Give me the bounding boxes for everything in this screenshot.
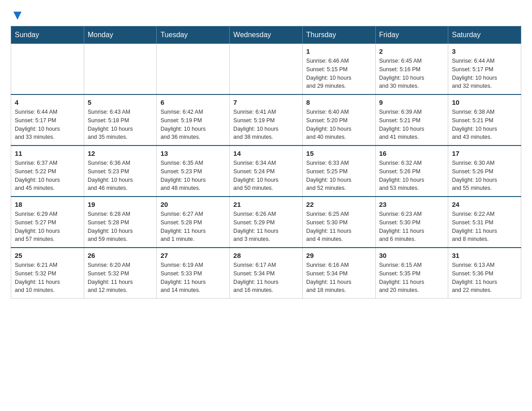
day-number: 8 (306, 98, 372, 106)
logo (11, 11, 22, 19)
day-info: Sunrise: 6:30 AMSunset: 5:26 PMDaylight:… (452, 159, 517, 193)
calendar-cell: 8Sunrise: 6:40 AMSunset: 5:20 PMDaylight… (302, 94, 375, 146)
day-info: Sunrise: 6:33 AMSunset: 5:25 PMDaylight:… (306, 159, 372, 193)
weekday-header-saturday: Saturday (448, 26, 521, 44)
calendar-cell: 25Sunrise: 6:21 AMSunset: 5:32 PMDayligh… (11, 248, 84, 299)
calendar-cell: 28Sunrise: 6:17 AMSunset: 5:34 PMDayligh… (230, 248, 303, 299)
day-info: Sunrise: 6:35 AMSunset: 5:23 PMDaylight:… (160, 159, 226, 193)
weekday-header-friday: Friday (375, 26, 448, 44)
calendar-cell: 21Sunrise: 6:26 AMSunset: 5:29 PMDayligh… (230, 197, 303, 248)
day-info: Sunrise: 6:38 AMSunset: 5:21 PMDaylight:… (452, 108, 517, 141)
day-number: 20 (160, 201, 226, 208)
logo-arrow-icon (13, 11, 22, 21)
day-number: 14 (233, 150, 299, 157)
calendar-cell: 2Sunrise: 6:45 AMSunset: 5:16 PMDaylight… (375, 44, 448, 95)
day-number: 19 (88, 201, 153, 208)
day-info: Sunrise: 6:19 AMSunset: 5:33 PMDaylight:… (160, 261, 226, 295)
calendar-cell: 7Sunrise: 6:41 AMSunset: 5:19 PMDaylight… (230, 94, 303, 146)
calendar-cell: 17Sunrise: 6:30 AMSunset: 5:26 PMDayligh… (448, 146, 521, 197)
day-info: Sunrise: 6:28 AMSunset: 5:28 PMDaylight:… (88, 210, 153, 244)
weekday-header-tuesday: Tuesday (157, 26, 230, 44)
day-number: 2 (379, 47, 445, 55)
calendar-cell: 10Sunrise: 6:38 AMSunset: 5:21 PMDayligh… (448, 94, 521, 146)
calendar-cell: 5Sunrise: 6:43 AMSunset: 5:18 PMDaylight… (84, 94, 157, 146)
calendar-cell (157, 44, 230, 95)
day-number: 9 (379, 98, 445, 106)
calendar-cell: 29Sunrise: 6:16 AMSunset: 5:34 PMDayligh… (302, 248, 375, 299)
day-info: Sunrise: 6:37 AMSunset: 5:22 PMDaylight:… (15, 159, 80, 193)
day-number: 21 (233, 201, 299, 208)
day-info: Sunrise: 6:16 AMSunset: 5:34 PMDaylight:… (306, 261, 372, 295)
day-info: Sunrise: 6:20 AMSunset: 5:32 PMDaylight:… (88, 261, 153, 295)
calendar-cell: 24Sunrise: 6:22 AMSunset: 5:31 PMDayligh… (448, 197, 521, 248)
calendar-cell: 16Sunrise: 6:32 AMSunset: 5:26 PMDayligh… (375, 146, 448, 197)
day-info: Sunrise: 6:39 AMSunset: 5:21 PMDaylight:… (379, 108, 445, 141)
day-number: 23 (379, 201, 445, 208)
calendar-cell (11, 44, 84, 95)
day-number: 15 (306, 150, 372, 157)
calendar-cell (230, 44, 303, 95)
day-number: 4 (15, 98, 80, 106)
calendar-week-row: 4Sunrise: 6:44 AMSunset: 5:17 PMDaylight… (11, 94, 521, 146)
day-number: 7 (233, 98, 299, 106)
day-info: Sunrise: 6:42 AMSunset: 5:19 PMDaylight:… (160, 108, 226, 141)
calendar-cell: 19Sunrise: 6:28 AMSunset: 5:28 PMDayligh… (84, 197, 157, 248)
calendar-cell: 31Sunrise: 6:13 AMSunset: 5:36 PMDayligh… (448, 248, 521, 299)
calendar-cell: 22Sunrise: 6:25 AMSunset: 5:30 PMDayligh… (302, 197, 375, 248)
svg-marker-0 (13, 12, 21, 20)
day-number: 6 (160, 98, 226, 106)
day-info: Sunrise: 6:26 AMSunset: 5:29 PMDaylight:… (233, 210, 299, 244)
calendar-cell: 30Sunrise: 6:15 AMSunset: 5:35 PMDayligh… (375, 248, 448, 299)
day-info: Sunrise: 6:46 AMSunset: 5:15 PMDaylight:… (306, 57, 372, 90)
weekday-header-thursday: Thursday (302, 26, 375, 44)
calendar-cell: 13Sunrise: 6:35 AMSunset: 5:23 PMDayligh… (157, 146, 230, 197)
day-number: 5 (88, 98, 153, 106)
day-info: Sunrise: 6:17 AMSunset: 5:34 PMDaylight:… (233, 261, 299, 295)
day-info: Sunrise: 6:34 AMSunset: 5:24 PMDaylight:… (233, 159, 299, 193)
day-number: 13 (160, 150, 226, 157)
day-info: Sunrise: 6:44 AMSunset: 5:17 PMDaylight:… (15, 108, 80, 141)
calendar-cell: 11Sunrise: 6:37 AMSunset: 5:22 PMDayligh… (11, 146, 84, 197)
day-number: 17 (452, 150, 517, 157)
day-info: Sunrise: 6:13 AMSunset: 5:36 PMDaylight:… (452, 261, 517, 295)
day-number: 1 (306, 47, 372, 55)
day-info: Sunrise: 6:15 AMSunset: 5:35 PMDaylight:… (379, 261, 445, 295)
day-info: Sunrise: 6:27 AMSunset: 5:28 PMDaylight:… (160, 210, 226, 244)
day-number: 31 (452, 252, 517, 259)
day-number: 3 (452, 47, 517, 55)
day-info: Sunrise: 6:44 AMSunset: 5:17 PMDaylight:… (452, 57, 517, 90)
day-number: 12 (88, 150, 153, 157)
day-info: Sunrise: 6:23 AMSunset: 5:30 PMDaylight:… (379, 210, 445, 244)
calendar-cell: 12Sunrise: 6:36 AMSunset: 5:23 PMDayligh… (84, 146, 157, 197)
calendar-cell: 20Sunrise: 6:27 AMSunset: 5:28 PMDayligh… (157, 197, 230, 248)
day-info: Sunrise: 6:32 AMSunset: 5:26 PMDaylight:… (379, 159, 445, 193)
day-number: 25 (15, 252, 80, 259)
day-number: 24 (452, 201, 517, 208)
day-info: Sunrise: 6:25 AMSunset: 5:30 PMDaylight:… (306, 210, 372, 244)
day-number: 26 (88, 252, 153, 259)
page-header (11, 11, 521, 19)
day-number: 10 (452, 98, 517, 106)
calendar-week-row: 11Sunrise: 6:37 AMSunset: 5:22 PMDayligh… (11, 146, 521, 197)
calendar-cell: 18Sunrise: 6:29 AMSunset: 5:27 PMDayligh… (11, 197, 84, 248)
day-number: 11 (15, 150, 80, 157)
day-info: Sunrise: 6:22 AMSunset: 5:31 PMDaylight:… (452, 210, 517, 244)
calendar-table: SundayMondayTuesdayWednesdayThursdayFrid… (11, 26, 521, 299)
calendar-week-row: 25Sunrise: 6:21 AMSunset: 5:32 PMDayligh… (11, 248, 521, 299)
day-info: Sunrise: 6:36 AMSunset: 5:23 PMDaylight:… (88, 159, 153, 193)
calendar-week-row: 18Sunrise: 6:29 AMSunset: 5:27 PMDayligh… (11, 197, 521, 248)
calendar-cell: 23Sunrise: 6:23 AMSunset: 5:30 PMDayligh… (375, 197, 448, 248)
day-info: Sunrise: 6:43 AMSunset: 5:18 PMDaylight:… (88, 108, 153, 141)
day-info: Sunrise: 6:45 AMSunset: 5:16 PMDaylight:… (379, 57, 445, 90)
day-number: 29 (306, 252, 372, 259)
day-number: 22 (306, 201, 372, 208)
calendar-cell: 9Sunrise: 6:39 AMSunset: 5:21 PMDaylight… (375, 94, 448, 146)
day-info: Sunrise: 6:40 AMSunset: 5:20 PMDaylight:… (306, 108, 372, 141)
calendar-cell: 3Sunrise: 6:44 AMSunset: 5:17 PMDaylight… (448, 44, 521, 95)
day-info: Sunrise: 6:41 AMSunset: 5:19 PMDaylight:… (233, 108, 299, 141)
weekday-header-row: SundayMondayTuesdayWednesdayThursdayFrid… (11, 26, 521, 44)
calendar-cell: 27Sunrise: 6:19 AMSunset: 5:33 PMDayligh… (157, 248, 230, 299)
calendar-cell: 1Sunrise: 6:46 AMSunset: 5:15 PMDaylight… (302, 44, 375, 95)
calendar-week-row: 1Sunrise: 6:46 AMSunset: 5:15 PMDaylight… (11, 44, 521, 95)
calendar-cell: 14Sunrise: 6:34 AMSunset: 5:24 PMDayligh… (230, 146, 303, 197)
